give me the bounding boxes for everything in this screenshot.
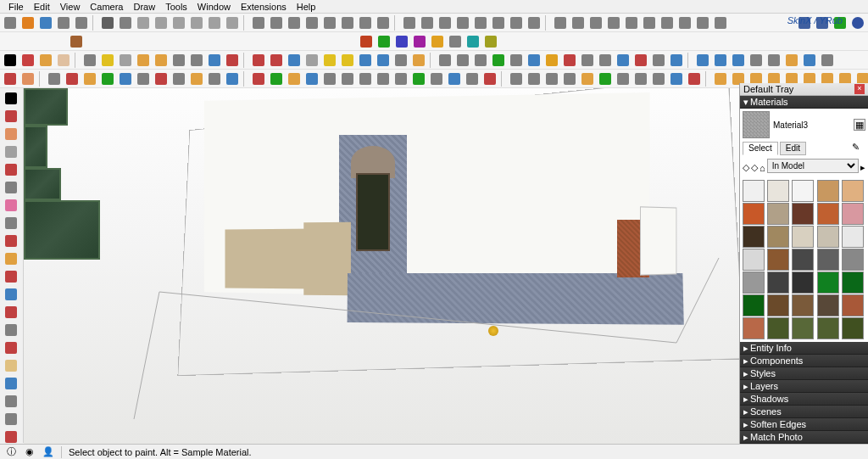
material-swatch[interactable] (743, 203, 765, 225)
toolbar-button[interactable] (490, 14, 507, 31)
panel-head-shadows[interactable]: ▸Shadows (740, 393, 868, 406)
menu-view[interactable]: View (55, 2, 86, 12)
toolbar-button[interactable] (358, 33, 375, 50)
toolbar-button[interactable] (135, 70, 152, 87)
eyedropper-button[interactable]: ✎ (852, 142, 865, 155)
pan-tool[interactable] (2, 428, 20, 445)
toolbar-button[interactable] (526, 70, 542, 87)
toolbar-button[interactable] (268, 14, 285, 31)
toolbar-button[interactable] (561, 52, 578, 69)
nav-fwd-button[interactable]: ◇ (751, 162, 758, 173)
menu-extensions[interactable]: Extensions (236, 2, 292, 12)
menu-camera[interactable]: Camera (85, 2, 128, 12)
panel-head-styles[interactable]: ▸Styles (740, 367, 868, 380)
toolbar-button[interactable] (19, 14, 36, 31)
toolbar-button[interactable] (321, 52, 338, 69)
menu-edit[interactable]: Edit (29, 2, 55, 12)
toolbar-button[interactable] (55, 52, 72, 69)
toolbar-button[interactable] (206, 70, 223, 87)
toolbar-button[interactable] (153, 52, 170, 69)
material-swatch[interactable] (817, 249, 839, 271)
toolbar-button[interactable] (410, 70, 427, 87)
toolbar-button[interactable] (224, 52, 241, 69)
material-swatch[interactable] (792, 203, 814, 225)
toolbar-button[interactable] (135, 52, 152, 69)
material-name-field[interactable]: Material3 (773, 120, 850, 130)
toolbar-button[interactable] (465, 33, 481, 50)
toolbar-button[interactable] (206, 14, 223, 31)
arc-tool[interactable] (2, 197, 20, 214)
panel-head-soften-edges[interactable]: ▸Soften Edges (740, 418, 868, 431)
material-swatch[interactable] (767, 180, 789, 202)
toolbar-button[interactable] (37, 14, 54, 31)
material-swatch[interactable] (842, 180, 864, 202)
toolbar-button[interactable] (117, 70, 134, 87)
toolbar-button[interactable] (206, 52, 223, 69)
tape-tool[interactable] (2, 322, 20, 339)
help-icon[interactable] (849, 14, 866, 31)
toolbar-button[interactable] (357, 70, 374, 87)
rotate-tool[interactable] (2, 286, 20, 303)
material-swatch[interactable] (767, 203, 789, 225)
menu-window[interactable]: Window (192, 2, 236, 12)
pushpull-tool[interactable] (2, 232, 20, 249)
toolbar-button[interactable] (117, 14, 134, 31)
toolbar-button[interactable] (303, 70, 320, 87)
toolbar-button[interactable] (783, 52, 800, 69)
material-swatch[interactable] (817, 271, 839, 294)
circle-tool[interactable] (2, 179, 20, 196)
toolbar-button[interactable] (632, 52, 649, 69)
toolbar-button[interactable] (481, 70, 498, 87)
material-swatch[interactable] (842, 203, 864, 225)
menu-tools[interactable]: Tools (160, 2, 192, 12)
skin-prev-button[interactable] (796, 14, 813, 31)
material-swatch[interactable] (767, 249, 789, 271)
material-swatch[interactable] (792, 271, 814, 294)
toolbar-button[interactable] (224, 70, 241, 87)
material-swatch[interactable] (817, 294, 839, 316)
toolbar-button[interactable] (429, 33, 446, 50)
panel-head-entity-info[interactable]: ▸Entity Info (740, 342, 868, 355)
material-swatch[interactable] (743, 271, 765, 294)
toolbar-button[interactable] (526, 52, 542, 69)
menu-draw[interactable]: Draw (128, 2, 160, 12)
toolbar-button[interactable] (321, 14, 338, 31)
toolbar-button[interactable] (419, 14, 436, 31)
toolbar-button[interactable] (46, 70, 63, 87)
toolbar-button[interactable] (170, 70, 187, 87)
home-icon[interactable]: ⌂ (760, 163, 765, 173)
toolbar-button[interactable] (526, 14, 542, 31)
panel-head-components[interactable]: ▸Components (740, 355, 868, 367)
toolbar-button[interactable] (437, 52, 453, 69)
toolbar-button[interactable] (303, 14, 320, 31)
toolbar-button[interactable] (597, 52, 614, 69)
toolbar-button[interactable] (135, 14, 152, 31)
toolbar-button[interactable] (55, 14, 72, 31)
toolbar-button[interactable] (454, 14, 471, 31)
toolbar-button[interactable] (64, 70, 81, 87)
material-swatch[interactable] (767, 271, 789, 294)
toolbar-button[interactable] (411, 33, 428, 50)
material-swatch[interactable] (817, 203, 839, 225)
toolbar-button[interactable] (472, 52, 489, 69)
toolbar-button[interactable] (357, 14, 374, 31)
tray-close-button[interactable]: × (854, 84, 865, 94)
orbit-tool[interactable] (2, 411, 20, 428)
toolbar-button[interactable] (286, 14, 303, 31)
toolbar-button[interactable] (250, 70, 267, 87)
toolbar-button[interactable] (393, 33, 410, 50)
toolbar-button[interactable] (268, 70, 285, 87)
toolbar-button[interactable] (615, 70, 632, 87)
toolbar-button[interactable] (668, 70, 685, 87)
toolbar-button[interactable] (446, 70, 463, 87)
toolbar-button[interactable] (250, 52, 267, 69)
tab-edit[interactable]: Edit (780, 142, 806, 155)
toolbar-button[interactable] (2, 14, 19, 31)
protractor-tool[interactable] (2, 357, 20, 374)
toolbar-button[interactable] (224, 14, 241, 31)
material-swatch[interactable] (792, 180, 814, 202)
material-swatch[interactable] (743, 226, 765, 248)
material-swatch[interactable] (842, 226, 864, 248)
axes-tool[interactable] (2, 375, 20, 392)
tray-title-bar[interactable]: Default Tray × (740, 83, 868, 96)
